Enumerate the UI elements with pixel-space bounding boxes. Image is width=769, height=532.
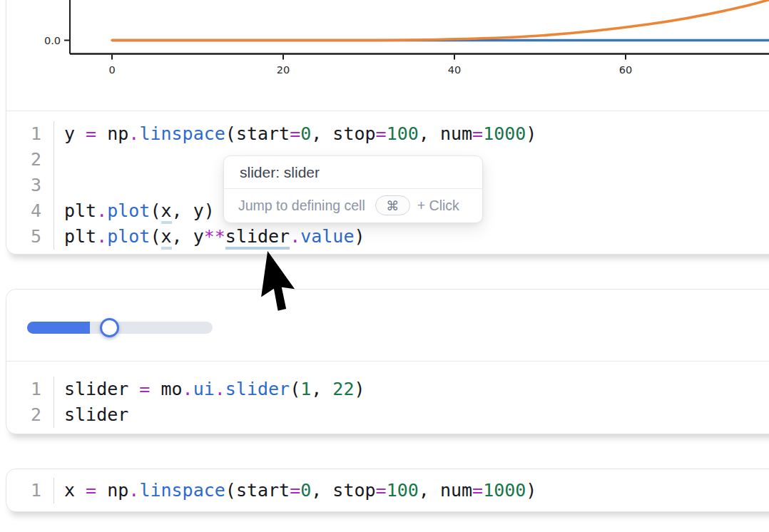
code-token: plot: [107, 200, 150, 221]
code-token: (: [290, 379, 300, 399]
code-text[interactable]: slider = mo.ui.slider(1, 22): [54, 377, 365, 402]
code-text[interactable]: slider: [54, 402, 128, 428]
code-token: .: [128, 123, 139, 144]
code-token: value: [300, 226, 354, 247]
code-token: =: [86, 123, 96, 144]
code-line[interactable]: 2slider: [6, 402, 769, 428]
code-token: slider: [64, 404, 128, 425]
code-token: ): [526, 123, 536, 144]
code-token: 1: [300, 379, 311, 399]
x-tick-label-20: 20: [277, 64, 290, 76]
y-tick-label: 0.0: [44, 35, 61, 46]
line-number: 1: [6, 478, 54, 503]
code-token: 100: [387, 123, 419, 144]
code-token: (: [150, 226, 161, 247]
tooltip-click-hint: + Click: [417, 198, 459, 214]
code-token: slider: [225, 379, 290, 399]
x-tick-label-0: 0: [108, 64, 115, 76]
code-token: =: [290, 480, 300, 501]
tooltip-action-label: Jump to defining cell: [238, 198, 365, 214]
code-token: ): [354, 226, 365, 247]
plot-output: 0.0 0 20 40 60: [6, 0, 769, 111]
code-token: =: [472, 480, 483, 501]
code-token: start: [236, 480, 290, 501]
code-token: 0: [300, 123, 311, 144]
code-token: .: [96, 200, 107, 221]
code-token: .: [183, 379, 193, 399]
code-token: .: [128, 480, 139, 501]
code-line[interactable]: 1y = np.linspace(start=0, stop=100, num=…: [6, 121, 769, 147]
code-token: ui: [193, 379, 215, 399]
code-text[interactable]: x = np.linspace(start=0, stop=100, num=1…: [54, 478, 536, 503]
code-token: plot: [107, 226, 150, 247]
code-token: , stop: [311, 480, 375, 501]
code-text[interactable]: y = np.linspace(start=0, stop=100, num=1…: [54, 121, 536, 147]
code-editor[interactable]: 1slider = mo.ui.slider(1, 22)2slider: [6, 362, 769, 434]
code-token: plt: [64, 226, 96, 247]
marimo-notebook: { "app": { "name": "marimo notebook (rea…: [0, 0, 769, 532]
code-token: (: [225, 123, 236, 144]
code-token: , num: [419, 480, 472, 501]
code-token: y: [64, 123, 86, 144]
code-token: 100: [387, 480, 419, 501]
code-text[interactable]: [54, 173, 64, 198]
code-token: x: [64, 480, 86, 501]
code-token: =: [376, 123, 387, 144]
cell-x-definition: 1x = np.linspace(start=0, stop=100, num=…: [6, 469, 769, 512]
tooltip-footer: Jump to defining cell ⌘ + Click: [224, 189, 482, 222]
code-token: slider: [64, 379, 139, 399]
command-key-badge: ⌘: [375, 195, 410, 215]
code-text[interactable]: plt.plot(x, y): [54, 198, 215, 224]
code-token: np: [96, 123, 128, 144]
line-number: 5: [6, 224, 54, 250]
slider-thumb[interactable]: [100, 318, 119, 337]
line-number: 4: [6, 198, 54, 224]
code-token: ): [526, 480, 536, 501]
code-token: =: [472, 123, 483, 144]
reactive-variable: slider: [225, 226, 290, 250]
code-text[interactable]: plt.plot(x, y**slider.value): [54, 224, 365, 250]
code-token: 1000: [483, 480, 526, 501]
code-token: , stop: [311, 123, 375, 144]
line-number: 2: [6, 402, 54, 428]
code-line[interactable]: 5plt.plot(x, y**slider.value): [6, 224, 769, 250]
cell-slider: 1slider = mo.ui.slider(1, 22)2slider: [6, 289, 769, 434]
code-token: .: [215, 379, 225, 399]
code-token: mo: [150, 379, 182, 399]
code-token: linspace: [139, 480, 225, 501]
code-token: =: [290, 123, 300, 144]
line-number: 1: [6, 377, 54, 402]
x-tick-label-60: 60: [619, 64, 632, 76]
matplotlib-figure: 0.0 0 20 40 60: [6, 0, 769, 111]
reactive-variable: x: [161, 200, 172, 224]
code-token: 0: [300, 480, 311, 501]
line-number: 2: [6, 147, 54, 173]
x-tick-label-40: 40: [448, 64, 461, 76]
code-token: 1000: [483, 123, 526, 144]
slider-track[interactable]: [27, 322, 213, 334]
code-token: ,: [311, 379, 332, 399]
line-number: 1: [6, 121, 54, 147]
code-token: =: [376, 480, 387, 501]
code-line[interactable]: 1x = np.linspace(start=0, stop=100, num=…: [6, 478, 769, 503]
code-token: =: [86, 480, 96, 501]
slider-output: [6, 290, 769, 361]
tooltip-title: slider: slider: [224, 156, 482, 188]
series-orange-curve: [112, 0, 769, 41]
code-token: (: [225, 480, 236, 501]
code-token: ): [354, 379, 365, 399]
code-token: =: [139, 379, 150, 399]
code-token: linspace: [139, 123, 225, 144]
code-token: , y): [172, 200, 215, 221]
reactive-variable: x: [161, 226, 172, 250]
code-token: (: [150, 200, 161, 221]
code-text[interactable]: [54, 147, 64, 173]
variable-tooltip: slider: slider Jump to defining cell ⌘ +…: [223, 155, 483, 223]
code-token: 22: [332, 379, 354, 399]
code-token: .: [290, 226, 300, 247]
code-token: plt: [64, 200, 96, 221]
code-editor[interactable]: 1x = np.linspace(start=0, stop=100, num=…: [6, 469, 769, 511]
code-token: np: [96, 480, 128, 501]
code-token: , y: [172, 226, 204, 247]
code-line[interactable]: 1slider = mo.ui.slider(1, 22): [6, 377, 769, 402]
